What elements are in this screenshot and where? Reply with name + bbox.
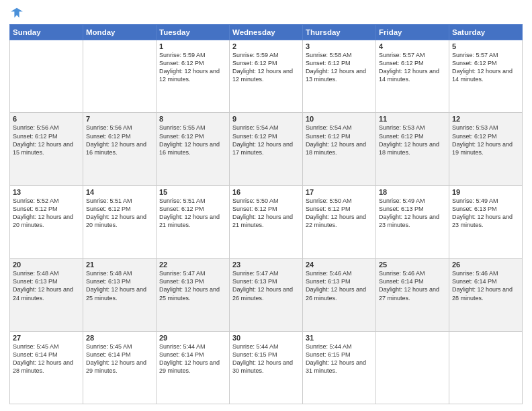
- weekday-header-saturday: Saturday: [449, 25, 523, 40]
- calendar-cell: 3Sunrise: 5:58 AM Sunset: 6:12 PM Daylig…: [303, 40, 376, 113]
- calendar-cell: 13Sunrise: 5:52 AM Sunset: 6:12 PM Dayli…: [10, 185, 83, 258]
- day-info: Sunrise: 5:53 AM Sunset: 6:12 PM Dayligh…: [452, 124, 519, 156]
- day-info: Sunrise: 5:49 AM Sunset: 6:13 PM Dayligh…: [452, 197, 519, 230]
- day-number: 4: [379, 42, 446, 50]
- day-info: Sunrise: 5:44 AM Sunset: 6:15 PM Dayligh…: [306, 342, 373, 375]
- calendar-cell: 8Sunrise: 5:55 AM Sunset: 6:12 PM Daylig…: [157, 113, 230, 185]
- day-number: 23: [232, 261, 300, 269]
- calendar-week-3: 13Sunrise: 5:52 AM Sunset: 6:12 PM Dayli…: [10, 185, 523, 258]
- day-info: Sunrise: 5:57 AM Sunset: 6:12 PM Dayligh…: [379, 51, 446, 84]
- day-number: 3: [306, 42, 373, 50]
- day-info: Sunrise: 5:51 AM Sunset: 6:12 PM Dayligh…: [159, 197, 226, 230]
- day-number: 31: [306, 334, 373, 342]
- day-number: 16: [232, 188, 300, 196]
- day-info: Sunrise: 5:56 AM Sunset: 6:12 PM Dayligh…: [86, 124, 153, 156]
- day-number: 18: [379, 188, 446, 196]
- day-number: 8: [159, 115, 226, 123]
- day-info: Sunrise: 5:54 AM Sunset: 6:12 PM Dayligh…: [232, 124, 300, 156]
- calendar-week-2: 6Sunrise: 5:56 AM Sunset: 6:12 PM Daylig…: [10, 113, 523, 185]
- day-number: 26: [452, 261, 519, 269]
- calendar-cell: 19Sunrise: 5:49 AM Sunset: 6:13 PM Dayli…: [449, 185, 523, 258]
- calendar-cell: 24Sunrise: 5:46 AM Sunset: 6:13 PM Dayli…: [303, 259, 376, 331]
- day-info: Sunrise: 5:59 AM Sunset: 6:12 PM Dayligh…: [232, 51, 300, 84]
- day-number: 30: [232, 334, 300, 342]
- day-info: Sunrise: 5:46 AM Sunset: 6:13 PM Dayligh…: [306, 269, 373, 302]
- calendar-cell: 16Sunrise: 5:50 AM Sunset: 6:12 PM Dayli…: [230, 185, 303, 258]
- svg-marker-0: [11, 8, 23, 17]
- day-number: 21: [86, 261, 153, 269]
- day-info: Sunrise: 5:50 AM Sunset: 6:12 PM Dayligh…: [306, 197, 373, 230]
- logo-bird-icon: [11, 7, 23, 19]
- calendar-week-1: 1Sunrise: 5:59 AM Sunset: 6:12 PM Daylig…: [10, 40, 523, 113]
- day-info: Sunrise: 5:47 AM Sunset: 6:13 PM Dayligh…: [159, 269, 226, 302]
- calendar-cell: 6Sunrise: 5:56 AM Sunset: 6:12 PM Daylig…: [10, 113, 83, 185]
- calendar-cell: 28Sunrise: 5:45 AM Sunset: 6:14 PM Dayli…: [83, 331, 157, 404]
- day-number: 6: [13, 115, 80, 123]
- day-number: 22: [159, 261, 226, 269]
- weekday-header-thursday: Thursday: [303, 25, 376, 40]
- day-number: 12: [452, 115, 519, 123]
- calendar-header-row: SundayMondayTuesdayWednesdayThursdayFrid…: [10, 25, 523, 40]
- logo: [9, 7, 23, 20]
- calendar-cell: 17Sunrise: 5:50 AM Sunset: 6:12 PM Dayli…: [303, 185, 376, 258]
- day-info: Sunrise: 5:53 AM Sunset: 6:12 PM Dayligh…: [379, 124, 446, 156]
- weekday-header-friday: Friday: [376, 25, 449, 40]
- day-info: Sunrise: 5:46 AM Sunset: 6:14 PM Dayligh…: [452, 269, 519, 302]
- day-number: 24: [306, 261, 373, 269]
- calendar-cell: 9Sunrise: 5:54 AM Sunset: 6:12 PM Daylig…: [230, 113, 303, 185]
- calendar-cell: 27Sunrise: 5:45 AM Sunset: 6:14 PM Dayli…: [10, 331, 83, 404]
- day-info: Sunrise: 5:56 AM Sunset: 6:12 PM Dayligh…: [13, 124, 80, 156]
- day-number: 10: [306, 115, 373, 123]
- day-number: 17: [306, 188, 373, 196]
- calendar-week-4: 20Sunrise: 5:48 AM Sunset: 6:13 PM Dayli…: [10, 259, 523, 331]
- day-number: 15: [159, 188, 226, 196]
- calendar-cell: 15Sunrise: 5:51 AM Sunset: 6:12 PM Dayli…: [157, 185, 230, 258]
- day-number: 14: [86, 188, 153, 196]
- calendar-cell: 14Sunrise: 5:51 AM Sunset: 6:12 PM Dayli…: [83, 185, 157, 258]
- day-number: 25: [379, 261, 446, 269]
- calendar-cell: 4Sunrise: 5:57 AM Sunset: 6:12 PM Daylig…: [376, 40, 449, 113]
- calendar-cell: 31Sunrise: 5:44 AM Sunset: 6:15 PM Dayli…: [303, 331, 376, 404]
- day-info: Sunrise: 5:51 AM Sunset: 6:12 PM Dayligh…: [86, 197, 153, 230]
- calendar-cell: 1Sunrise: 5:59 AM Sunset: 6:12 PM Daylig…: [157, 40, 230, 113]
- day-info: Sunrise: 5:50 AM Sunset: 6:12 PM Dayligh…: [232, 197, 300, 230]
- calendar-cell: [376, 331, 449, 404]
- calendar-cell: 11Sunrise: 5:53 AM Sunset: 6:12 PM Dayli…: [376, 113, 449, 185]
- day-number: 7: [86, 115, 153, 123]
- weekday-header-wednesday: Wednesday: [230, 25, 303, 40]
- day-info: Sunrise: 5:44 AM Sunset: 6:15 PM Dayligh…: [232, 342, 300, 375]
- day-info: Sunrise: 5:58 AM Sunset: 6:12 PM Dayligh…: [306, 51, 373, 84]
- calendar-cell: 26Sunrise: 5:46 AM Sunset: 6:14 PM Dayli…: [449, 259, 523, 331]
- weekday-header-sunday: Sunday: [10, 25, 83, 40]
- day-info: Sunrise: 5:48 AM Sunset: 6:13 PM Dayligh…: [13, 269, 80, 302]
- day-info: Sunrise: 5:45 AM Sunset: 6:14 PM Dayligh…: [86, 342, 153, 375]
- day-number: 19: [452, 188, 519, 196]
- day-number: 29: [159, 334, 226, 342]
- day-info: Sunrise: 5:57 AM Sunset: 6:12 PM Dayligh…: [452, 51, 519, 84]
- day-info: Sunrise: 5:55 AM Sunset: 6:12 PM Dayligh…: [159, 124, 226, 156]
- day-info: Sunrise: 5:49 AM Sunset: 6:13 PM Dayligh…: [379, 197, 446, 230]
- weekday-header-tuesday: Tuesday: [157, 25, 230, 40]
- day-info: Sunrise: 5:44 AM Sunset: 6:14 PM Dayligh…: [159, 342, 226, 375]
- day-info: Sunrise: 5:54 AM Sunset: 6:12 PM Dayligh…: [306, 124, 373, 156]
- calendar-cell: [10, 40, 83, 113]
- day-info: Sunrise: 5:59 AM Sunset: 6:12 PM Dayligh…: [159, 51, 226, 84]
- day-info: Sunrise: 5:47 AM Sunset: 6:13 PM Dayligh…: [232, 269, 300, 302]
- calendar-cell: 29Sunrise: 5:44 AM Sunset: 6:14 PM Dayli…: [157, 331, 230, 404]
- header: [9, 7, 523, 20]
- calendar-cell: 5Sunrise: 5:57 AM Sunset: 6:12 PM Daylig…: [449, 40, 523, 113]
- day-number: 20: [13, 261, 80, 269]
- calendar-cell: 7Sunrise: 5:56 AM Sunset: 6:12 PM Daylig…: [83, 113, 157, 185]
- calendar-cell: 23Sunrise: 5:47 AM Sunset: 6:13 PM Dayli…: [230, 259, 303, 331]
- calendar-cell: 10Sunrise: 5:54 AM Sunset: 6:12 PM Dayli…: [303, 113, 376, 185]
- day-number: 11: [379, 115, 446, 123]
- calendar-cell: 12Sunrise: 5:53 AM Sunset: 6:12 PM Dayli…: [449, 113, 523, 185]
- day-info: Sunrise: 5:52 AM Sunset: 6:12 PM Dayligh…: [13, 197, 80, 230]
- calendar-cell: 22Sunrise: 5:47 AM Sunset: 6:13 PM Dayli…: [157, 259, 230, 331]
- day-info: Sunrise: 5:45 AM Sunset: 6:14 PM Dayligh…: [13, 342, 80, 375]
- calendar-cell: 2Sunrise: 5:59 AM Sunset: 6:12 PM Daylig…: [230, 40, 303, 113]
- day-number: 2: [232, 42, 300, 50]
- calendar-cell: 21Sunrise: 5:48 AM Sunset: 6:13 PM Dayli…: [83, 259, 157, 331]
- day-number: 9: [232, 115, 300, 123]
- day-number: 13: [13, 188, 80, 196]
